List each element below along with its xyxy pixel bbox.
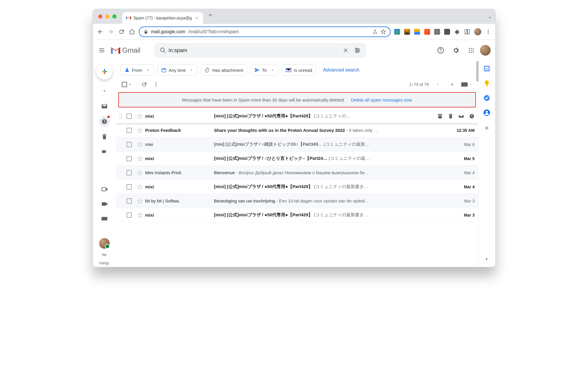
home-button[interactable] [129,29,135,35]
row-checkbox[interactable] [126,114,132,119]
gmail-logo[interactable]: Gmail [111,46,141,54]
chrome-profile-avatar[interactable] [474,28,481,35]
tasks-app-icon[interactable] [483,94,490,102]
nav-expand-icon[interactable] [99,86,110,96]
url-host: mail.google.com [151,29,186,34]
chrome-menu-icon[interactable] [485,29,491,35]
scrollbar-thumb[interactable] [476,61,479,82]
star-button[interactable] [135,184,144,190]
snooze-icon[interactable] [469,113,475,119]
star-button[interactable] [135,170,144,176]
maximize-window[interactable] [112,14,116,19]
star-button[interactable] [135,212,144,218]
google-apps-button[interactable] [465,44,478,57]
extension-icon[interactable] [394,29,400,35]
chip-attachment[interactable]: Has attachment [201,64,247,76]
hangouts-avatar[interactable] [99,238,110,249]
window-controls[interactable] [98,14,116,19]
mail-row[interactable]: mixi [mixi] [公式]mixiプラザ / ●50代専用●【Part42… [116,180,478,194]
contacts-app-icon[interactable] [483,109,490,116]
input-tools-button[interactable] [461,82,472,87]
support-button[interactable] [434,44,447,57]
next-page-button[interactable] [447,79,458,90]
search-options-button[interactable] [352,44,363,56]
keep-app-icon[interactable] [483,80,490,87]
advanced-search-link[interactable]: Advanced search [323,67,359,73]
delete-icon[interactable] [448,113,454,119]
mail-row[interactable]: Proton Feedback Share your thoughts with… [116,123,478,137]
prev-page-button[interactable] [432,79,444,90]
extension-icon[interactable] [424,29,430,35]
back-button[interactable] [97,29,104,35]
nav-keyboard[interactable] [99,213,110,224]
bookmark-icon[interactable] [381,29,386,34]
row-checkbox[interactable] [126,184,132,190]
address-bar[interactable]: mail.google.com/mail/u/0/?tab=rm#spam [139,26,391,37]
forward-button[interactable] [108,29,114,35]
extension-icon[interactable] [404,29,410,35]
mail-row[interactable]: Mes Instants Privil. Bienvenue - Bonjour… [116,166,478,180]
chip-unread[interactable]: Is unread [282,64,316,76]
refresh-button[interactable] [138,79,150,90]
row-checkbox[interactable] [126,142,132,147]
reading-list-icon[interactable] [464,29,470,35]
search-bar[interactable] [154,43,366,58]
nav-trash[interactable] [99,132,110,142]
nav-meet-new[interactable] [99,184,110,195]
nav-categories[interactable] [99,147,110,157]
nav-rail: Ne Hangc [93,61,116,267]
main-menu-button[interactable] [95,44,108,57]
search-input[interactable] [169,47,340,54]
account-avatar[interactable] [480,45,491,56]
mark-read-icon[interactable] [458,113,464,119]
calendar-app-icon[interactable]: 31 [483,65,490,72]
delete-all-spam-link[interactable]: Delete all spam messages now [351,97,412,102]
tab-close-icon[interactable] [194,15,199,21]
star-button[interactable] [135,198,144,204]
mail-date: Mar 5 [449,156,475,161]
mail-row[interactable]: mixi [mixi] [公式]mixiプラザ / ○ひとり言トピック○【Par… [116,152,478,166]
reload-button[interactable] [118,29,125,35]
select-all[interactable] [122,82,132,87]
star-button[interactable] [135,142,144,147]
archive-icon[interactable] [437,113,443,119]
chip-to[interactable]: To [251,64,278,76]
close-window[interactable] [98,14,102,19]
mail-row[interactable]: mixi [mixi] [公式]mixiプラザ / ●50代専用●【Part42… [116,208,478,222]
extension-icon[interactable] [414,29,420,35]
settings-button[interactable] [449,44,462,57]
new-tab-button[interactable] [208,12,213,18]
row-checkbox[interactable] [126,170,132,175]
get-addons-button[interactable] [484,125,490,131]
clear-search-button[interactable] [340,44,352,56]
browser-tab[interactable]: Spam (77) - karapetian.asya@g [122,12,203,24]
extension-icon[interactable] [434,29,440,35]
extensions-puzzle-icon[interactable] [454,29,460,35]
row-checkbox[interactable] [126,212,132,218]
tabs-dropdown-icon[interactable] [487,15,492,20]
star-button[interactable] [135,113,144,119]
drag-handle-icon[interactable] [119,114,123,119]
chip-anytime[interactable]: Any time [157,64,197,76]
nav-spam[interactable] [99,116,110,127]
extension-icon[interactable] [444,29,450,35]
svg-rect-31 [461,82,468,87]
row-checkbox[interactable] [126,156,132,161]
mail-row[interactable]: mixi [mixi] [公式]mixiプラザ / ○雑談トピック03○【Par… [116,137,478,152]
compose-button[interactable] [96,63,113,80]
nav-inbox[interactable] [99,101,110,112]
mail-row[interactable]: mixi [mixi] [公式]mixiプラザ / ●50代専用●【Part42… [116,109,478,123]
star-button[interactable] [135,156,144,162]
star-button[interactable] [135,127,144,133]
share-icon[interactable] [372,29,378,34]
mail-row[interactable]: bit by bit | Softwa. Bevestiging van uw … [116,194,478,208]
nav-meet-join[interactable] [99,199,110,209]
more-button[interactable] [150,79,162,90]
side-panel-toggle[interactable] [484,256,489,262]
row-checkbox[interactable] [126,128,132,133]
minimize-window[interactable] [105,14,109,19]
mail-date: Mar 3 [449,199,475,203]
chip-from[interactable]: From [121,64,154,76]
row-checkbox[interactable] [126,198,132,204]
gmail-header: Gmail [93,40,495,61]
